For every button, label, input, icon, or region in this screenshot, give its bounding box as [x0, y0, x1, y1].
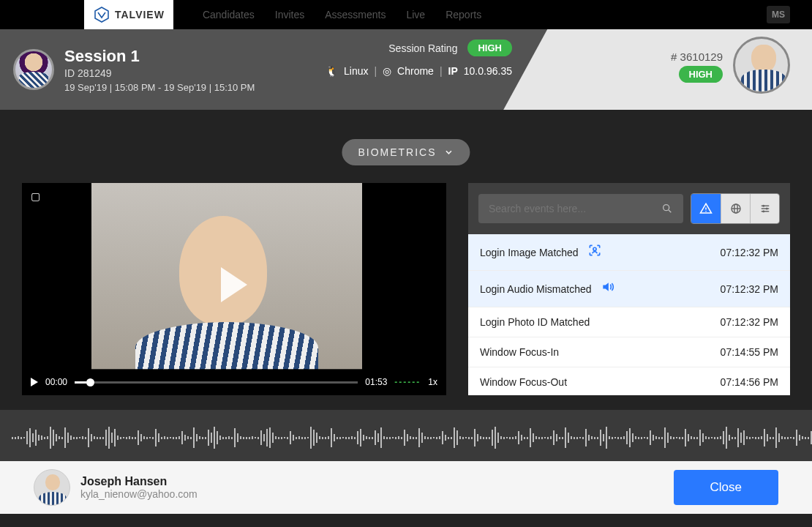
svg-point-11 — [762, 205, 764, 207]
ip-value: 10.0.96.35 — [464, 65, 512, 77]
modal-overlay: Session 1 ID 281249 19 Sep'19 | 15:08 PM… — [0, 29, 812, 527]
settings-filter-button[interactable] — [750, 194, 779, 223]
nav-reports[interactable]: Reports — [446, 9, 481, 20]
candidate-rating-pill: HIGH — [679, 66, 723, 83]
globe-filter-button[interactable] — [721, 194, 750, 223]
session-avatar — [13, 49, 54, 90]
buffer-indicator: ------ — [394, 377, 421, 387]
svg-point-13 — [762, 210, 764, 212]
event-row[interactable]: Window Focus-In07:14:55 PM — [468, 337, 790, 367]
svg-point-4 — [705, 211, 707, 212]
progress-bar[interactable] — [75, 381, 358, 384]
rating-label: Session Rating — [388, 42, 457, 54]
event-row[interactable]: Login Image Matched07:12:32 PM — [468, 234, 790, 271]
svg-line-2 — [669, 210, 671, 212]
candidate-avatar — [733, 37, 790, 94]
video-player[interactable]: ▢ 00:00 01:53 ------ 1x — [22, 183, 446, 395]
nav-invites[interactable]: Invites — [275, 9, 304, 20]
svg-point-14 — [593, 247, 596, 250]
brand-name: TALVIEW — [115, 9, 165, 20]
event-label: Window Focus-Out — [480, 376, 567, 388]
event-time: 07:14:56 PM — [721, 376, 778, 388]
filter-button-group — [691, 193, 780, 224]
time-current: 00:00 — [45, 377, 67, 387]
top-navbar: TALVIEW Candidates Invites Assessments L… — [0, 0, 812, 29]
audio-waveform[interactable] — [0, 410, 812, 466]
events-list[interactable]: Login Image Matched07:12:32 PMLogin Audi… — [468, 234, 790, 395]
video-controls: 00:00 01:53 ------ 1x — [22, 369, 446, 395]
alert-triangle-icon — [699, 202, 713, 215]
events-panel: Login Image Matched07:12:32 PMLogin Audi… — [468, 183, 790, 395]
chrome-icon: ◎ — [383, 65, 391, 77]
time-duration: 01:53 — [365, 377, 387, 387]
svg-point-1 — [663, 205, 669, 211]
face-id-icon — [587, 243, 602, 261]
event-row[interactable]: Login Audio Mismatched07:12:32 PM — [468, 271, 790, 307]
event-row[interactable]: Login Photo ID Matched07:12:32 PM — [468, 307, 790, 337]
footer-user-email: kyla_nienow@yahoo.com — [80, 488, 198, 500]
browser-label: Chrome — [397, 65, 434, 77]
candidate-right-panel: # 3610129 HIGH — [671, 37, 790, 94]
play-button[interactable] — [221, 267, 247, 302]
os-label: Linux — [344, 65, 368, 77]
event-row[interactable]: Window Focus-Out07:14:56 PM — [468, 367, 790, 395]
session-header: Session 1 ID 281249 19 Sep'19 | 15:08 PM… — [0, 29, 812, 110]
event-label: Window Focus-In — [480, 346, 559, 358]
globe-icon — [729, 202, 743, 215]
chevron-down-icon — [444, 147, 454, 157]
search-icon — [661, 203, 673, 214]
close-button[interactable]: Close — [674, 470, 778, 505]
session-tech-info: Session Rating HIGH 🐧 Linux | ◎ Chrome |… — [326, 40, 512, 77]
sliders-icon — [759, 202, 772, 215]
nav-assessments[interactable]: Assessments — [325, 9, 386, 20]
event-label: Login Audio Mismatched — [480, 283, 592, 295]
nav-items: Candidates Invites Assessments Live Repo… — [203, 9, 481, 20]
event-time: 07:12:32 PM — [721, 316, 778, 328]
search-input[interactable] — [489, 203, 661, 214]
session-id: ID 281249 — [64, 67, 255, 79]
event-time: 07:14:55 PM — [721, 346, 778, 358]
logo-hexagon-icon — [93, 6, 110, 23]
footer-user-name: Joseph Hansen — [80, 475, 198, 488]
brand-logo[interactable]: TALVIEW — [84, 0, 173, 29]
alert-filter-button[interactable] — [691, 194, 721, 223]
session-datetime: 19 Sep'19 | 15:08 PM - 19 Sep'19 | 15:10… — [64, 82, 255, 93]
svg-marker-0 — [95, 7, 108, 22]
content-row: ▢ 00:00 01:53 ------ 1x — [22, 183, 790, 400]
cast-icon[interactable]: ▢ — [31, 190, 40, 202]
linux-icon: 🐧 — [326, 65, 338, 77]
event-time: 07:12:32 PM — [721, 247, 778, 258]
user-initials-badge[interactable]: MS — [767, 6, 790, 23]
svg-point-12 — [765, 208, 767, 210]
event-label: Login Image Matched — [480, 247, 579, 258]
play-small-button[interactable] — [31, 378, 38, 386]
events-search[interactable] — [478, 194, 683, 223]
rating-pill: HIGH — [467, 40, 512, 56]
playback-speed[interactable]: 1x — [428, 377, 437, 387]
event-time: 07:12:32 PM — [721, 283, 778, 295]
nav-candidates[interactable]: Candidates — [203, 9, 255, 20]
biometrics-label: BIOMETRICS — [358, 146, 436, 158]
nav-live[interactable]: Live — [406, 9, 425, 20]
footer-avatar — [34, 469, 70, 506]
audio-icon — [601, 280, 615, 298]
footer-bar: Joseph Hansen kyla_nienow@yahoo.com Clos… — [0, 461, 812, 514]
biometrics-dropdown[interactable]: BIOMETRICS — [342, 139, 470, 165]
session-title: Session 1 — [64, 47, 255, 66]
ip-label: IP — [448, 65, 458, 77]
event-label: Login Photo ID Matched — [480, 316, 590, 328]
candidate-id: # 3610129 — [671, 51, 723, 63]
waveform-bars — [12, 419, 812, 456]
